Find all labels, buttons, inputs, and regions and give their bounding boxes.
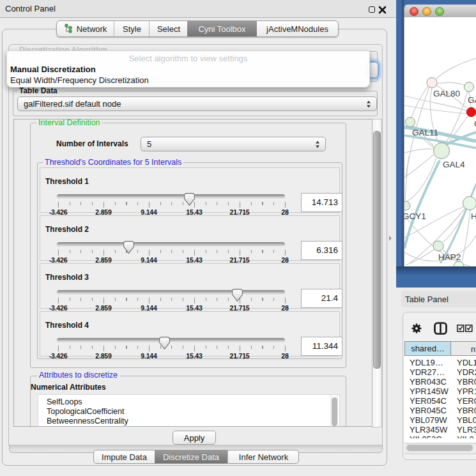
svg-text:GAL11: GAL11 — [412, 128, 438, 137]
svg-text:GCY1: GCY1 — [404, 211, 426, 221]
svg-text:GAL80: GAL80 — [433, 89, 460, 98]
svg-text:HAP2: HAP2 — [438, 252, 461, 262]
svg-text:H: H — [471, 211, 476, 221]
svg-text:GAL4: GAL4 — [443, 160, 465, 169]
svg-text:GA: GA — [468, 95, 476, 105]
